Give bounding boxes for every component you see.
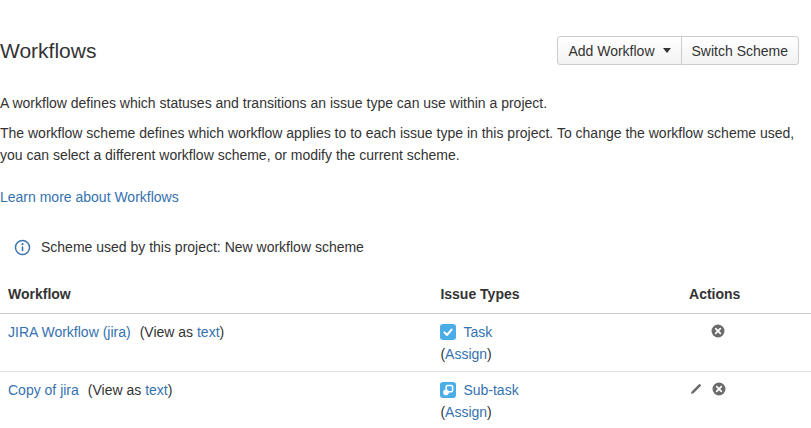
column-header-issue-types: Issue Types — [432, 278, 681, 314]
view-as: (View as text) — [88, 382, 173, 398]
table-row: Copy of jira(View as text) Sub-task (Ass… — [0, 372, 811, 428]
table-row: JIRA Workflow (jira)(View as text) Task … — [0, 314, 811, 372]
subtask-icon — [440, 382, 456, 398]
actions-cell — [681, 314, 811, 372]
intro-paragraph-2: The workflow scheme defines which workfl… — [0, 122, 811, 166]
workflow-cell: JIRA Workflow (jira)(View as text) — [0, 314, 432, 372]
page-header: Workflows Add Workflow Switch Scheme — [0, 36, 811, 65]
assign-suffix: ) — [487, 346, 492, 362]
page-title: Workflows — [0, 38, 96, 64]
issue-type: Sub-task — [440, 380, 673, 400]
view-as-text-link[interactable]: text — [145, 382, 168, 398]
intro-paragraph-1: A workflow defines which statuses and tr… — [0, 92, 811, 114]
workflow-link[interactable]: Copy of jira — [8, 382, 79, 398]
scheme-notice: Scheme used by this project: New workflo… — [0, 237, 811, 257]
issue-types-cell: Task (Assign) — [432, 314, 681, 372]
view-as-prefix: (View as — [140, 324, 197, 340]
workflow-cell: Copy of jira(View as text) — [0, 372, 432, 428]
task-icon — [440, 324, 456, 340]
switch-scheme-button[interactable]: Switch Scheme — [681, 36, 799, 65]
view-as-suffix: ) — [168, 382, 173, 398]
issue-types-cell: Sub-task (Assign) — [432, 372, 681, 428]
delete-icon[interactable] — [712, 382, 726, 396]
issue-type-link[interactable]: Task — [463, 322, 492, 342]
view-as-prefix: (View as — [88, 382, 145, 398]
workflows-table: Workflow Issue Types Actions JIRA Workfl… — [0, 278, 811, 428]
chevron-down-icon — [663, 48, 671, 53]
assign: (Assign) — [440, 344, 673, 364]
info-icon — [14, 239, 31, 256]
learn-more-link[interactable]: Learn more about Workflows — [0, 187, 179, 207]
issue-type: Task — [440, 322, 673, 342]
header-actions: Add Workflow Switch Scheme — [557, 36, 799, 65]
view-as: (View as text) — [140, 324, 225, 340]
view-as-text-link[interactable]: text — [197, 324, 220, 340]
column-header-workflow: Workflow — [0, 278, 432, 314]
add-workflow-button[interactable]: Add Workflow — [557, 36, 681, 65]
workflows-page: Workflows Add Workflow Switch Scheme A w… — [0, 0, 811, 428]
scheme-notice-text: Scheme used by this project: New workflo… — [41, 237, 364, 257]
delete-icon[interactable] — [711, 324, 725, 338]
add-workflow-label: Add Workflow — [568, 43, 654, 59]
action-spacer — [689, 325, 702, 338]
actions-cell — [681, 372, 811, 428]
table-header: Workflow Issue Types Actions — [0, 278, 811, 314]
issue-type-link[interactable]: Sub-task — [463, 380, 518, 400]
assign: (Assign) — [440, 402, 673, 422]
assign-suffix: ) — [487, 404, 492, 420]
assign-link[interactable]: Assign — [445, 404, 487, 420]
column-header-actions: Actions — [681, 278, 811, 314]
assign-link[interactable]: Assign — [445, 346, 487, 362]
edit-icon[interactable] — [689, 382, 703, 396]
workflow-link[interactable]: JIRA Workflow (jira) — [8, 324, 131, 340]
view-as-suffix: ) — [220, 324, 225, 340]
